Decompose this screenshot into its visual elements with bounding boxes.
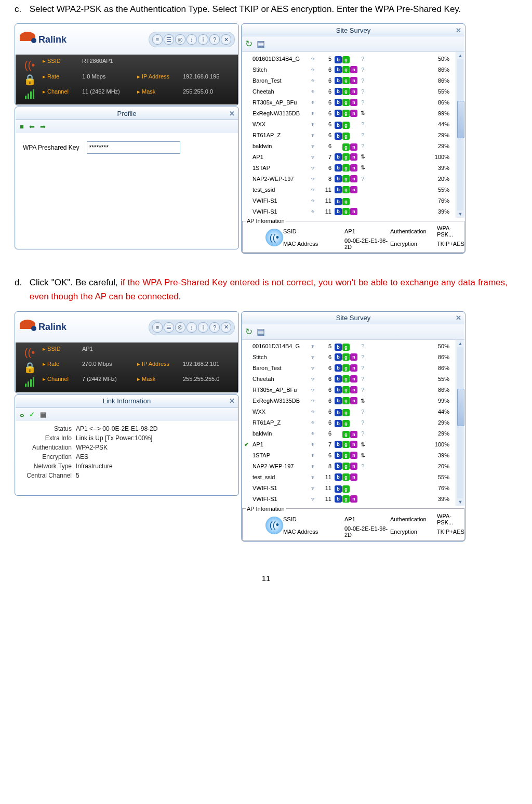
mode-badges: gn bbox=[335, 429, 358, 438]
scroll-thumb[interactable] bbox=[457, 389, 464, 426]
pill-icon-2[interactable]: ☰ bbox=[164, 34, 174, 45]
pill-icon-help[interactable]: ? bbox=[209, 34, 220, 45]
survey-row[interactable]: NAP2-WEP-197ᯤ8bgn?20% bbox=[242, 173, 456, 184]
close-icon[interactable]: ✕ bbox=[229, 397, 235, 405]
survey-row[interactable]: WXXᯤ6bg?44% bbox=[242, 406, 456, 417]
mode-badges: bgn bbox=[335, 153, 358, 161]
pill-icon-info[interactable]: i bbox=[198, 322, 208, 333]
ap-name: 001601D314B4_G bbox=[252, 343, 311, 349]
mode-badges: bgn bbox=[335, 353, 358, 361]
mode-badges: bg bbox=[335, 341, 358, 351]
wifi-orb-icon: ((• bbox=[265, 517, 283, 534]
ap-type-icon: ᯤ bbox=[311, 165, 320, 171]
auth-label: Authentication bbox=[20, 444, 72, 451]
survey-row[interactable]: VWIFI-S1ᯤ11bgn39% bbox=[242, 494, 456, 505]
ap-channel: 6 bbox=[320, 143, 331, 149]
ap-name: VWIFI-S1 bbox=[252, 485, 311, 491]
survey-row[interactable]: RT61AP_Zᯤ6bg?29% bbox=[242, 129, 456, 140]
survey-row[interactable]: Cheetahᯤ6bgn?55% bbox=[242, 86, 456, 97]
ap-name: WXX bbox=[252, 408, 311, 415]
ap-name: RT305x_AP_BFu bbox=[252, 387, 311, 393]
survey-list[interactable]: 001601D314B4_Gᯤ5bg?50%Stitchᯤ6bgn?86%Bar… bbox=[242, 340, 456, 506]
list-mode-icon[interactable]: ▤ bbox=[257, 38, 265, 49]
survey-row[interactable]: ExRegNW3135DBᯤ6bgn⇅99% bbox=[242, 108, 456, 118]
nav-stop-icon[interactable]: ■ bbox=[20, 123, 24, 130]
status-value: AP1 <--> 00-0E-2E-E1-98-2D bbox=[76, 425, 234, 432]
mode-badges: bgn bbox=[335, 386, 358, 393]
pill-icon-4[interactable]: ↕ bbox=[187, 322, 197, 333]
nav-prev-icon[interactable]: ⬅ bbox=[29, 123, 35, 130]
close-icon[interactable]: ✕ bbox=[456, 27, 461, 34]
channel-label: ▸Channel bbox=[43, 376, 79, 389]
scroll-down-icon[interactable]: ▼ bbox=[458, 212, 463, 217]
instruction-c-text: Select WPA2-PSK as the Authentication Ty… bbox=[30, 2, 508, 16]
scroll-up-icon[interactable]: ▲ bbox=[458, 341, 463, 346]
pill-icon-close[interactable]: ✕ bbox=[221, 34, 231, 45]
survey-row[interactable]: ✔AP1ᯤ7bgn⇅100% bbox=[242, 439, 456, 450]
ap-ssid-value: AP1 bbox=[344, 228, 390, 234]
list-mode-icon[interactable]: ▤ bbox=[257, 326, 265, 337]
signal-percent: 44% bbox=[367, 121, 454, 127]
survey-row[interactable]: RT305x_AP_BFuᯤ6bgn?86% bbox=[242, 385, 456, 396]
refresh-icon[interactable]: ↻ bbox=[245, 326, 252, 337]
refresh-icon[interactable]: ↻ bbox=[245, 38, 252, 49]
survey-row[interactable]: baldwinᯤ6gn?29% bbox=[242, 428, 456, 439]
ap-type-icon: ᯤ bbox=[311, 430, 320, 437]
survey-row[interactable]: 001601D314B4_Gᯤ5bg?50% bbox=[242, 341, 456, 352]
psk-input[interactable] bbox=[87, 141, 180, 154]
survey-row[interactable]: 1STAPᯤ6bgn⇅39% bbox=[242, 162, 456, 173]
survey-row[interactable]: test_ssidᯤ11bgn55% bbox=[242, 184, 456, 195]
survey-row[interactable]: ExRegNW3135DBᯤ6bgn⇅99% bbox=[242, 396, 456, 406]
scroll-thumb[interactable] bbox=[457, 101, 464, 138]
link-list-icon[interactable]: ▤ bbox=[40, 411, 46, 418]
ap-name: VWIFI-S1 bbox=[252, 496, 311, 502]
pill-icon-4[interactable]: ↕ bbox=[187, 34, 197, 45]
pill-icon-close[interactable]: ✕ bbox=[221, 322, 231, 333]
mode-badges: bgn bbox=[335, 364, 358, 372]
survey-row[interactable]: RT61AP_Zᯤ6bg?29% bbox=[242, 417, 456, 428]
ap-name: AP1 bbox=[252, 441, 311, 447]
pill-icon-1[interactable]: ≡ bbox=[152, 322, 163, 333]
ap-name: baldwin bbox=[252, 143, 311, 149]
survey-row[interactable]: 1STAPᯤ6bgn⇅39% bbox=[242, 450, 456, 461]
toolbar-pill: ≡ ☰ ◎ ↕ i ? ✕ bbox=[149, 32, 235, 47]
scroll-up-icon[interactable]: ▲ bbox=[458, 53, 463, 58]
mode-badges: bg bbox=[335, 54, 358, 63]
ap-channel: 11 bbox=[320, 208, 331, 215]
survey-row[interactable]: VWIFI-S1ᯤ11bg76% bbox=[242, 195, 456, 206]
pill-icon-3[interactable]: ◎ bbox=[175, 322, 185, 333]
pill-icon-info[interactable]: i bbox=[198, 34, 208, 45]
ap-info-legend: AP Information bbox=[246, 218, 286, 224]
survey-row[interactable]: baldwinᯤ6gn?29% bbox=[242, 140, 456, 151]
pill-icon-help[interactable]: ? bbox=[209, 322, 220, 333]
wifi-orb-icon: ((• bbox=[265, 229, 283, 246]
survey-row[interactable]: Baron_Testᯤ6bgn?86% bbox=[242, 75, 456, 86]
link-signal-icon[interactable]: ⴰ bbox=[20, 411, 24, 418]
close-icon[interactable]: ✕ bbox=[456, 314, 461, 322]
survey-row[interactable]: NAP2-WEP-197ᯤ8bgn?20% bbox=[242, 461, 456, 472]
close-icon[interactable]: ✕ bbox=[229, 110, 235, 117]
survey-list[interactable]: 001601D314B4_Gᯤ5bg?50%Stitchᯤ6bgn?86%Bar… bbox=[242, 52, 456, 218]
survey-row[interactable]: Cheetahᯤ6bgn?55% bbox=[242, 374, 456, 385]
survey-row[interactable]: AP1ᯤ7bgn⇅100% bbox=[242, 151, 456, 162]
link-wave-icon[interactable]: ✓ bbox=[29, 411, 35, 418]
scroll-down-icon[interactable]: ▼ bbox=[458, 499, 463, 505]
survey-row[interactable]: Stitchᯤ6bgn?86% bbox=[242, 352, 456, 363]
pill-icon-1[interactable]: ≡ bbox=[152, 34, 163, 45]
survey-row[interactable]: Baron_Testᯤ6bgn?86% bbox=[242, 363, 456, 374]
ap-info-fieldset: AP Information SSIDAP1 AuthenticationWPA… bbox=[242, 506, 464, 541]
survey-row[interactable]: Stitchᯤ6bgn?86% bbox=[242, 64, 456, 75]
survey-row[interactable]: 001601D314B4_Gᯤ5bg?50% bbox=[242, 53, 456, 64]
security-icon: ? bbox=[358, 99, 367, 106]
survey-row[interactable]: RT305x_AP_BFuᯤ6bgn?86% bbox=[242, 97, 456, 108]
survey-row[interactable]: VWIFI-S1ᯤ11bg76% bbox=[242, 483, 456, 494]
nav-next-icon[interactable]: ➡ bbox=[40, 123, 46, 130]
ap-channel: 6 bbox=[320, 77, 331, 84]
ap-name: test_ssid bbox=[252, 474, 311, 480]
survey-row[interactable]: test_ssidᯤ11bgn55% bbox=[242, 472, 456, 483]
ap-type-icon: ᯤ bbox=[311, 176, 320, 182]
pill-icon-2[interactable]: ☰ bbox=[164, 322, 174, 333]
pill-icon-3[interactable]: ◎ bbox=[175, 34, 185, 45]
survey-row[interactable]: VWIFI-S1ᯤ11bgn39% bbox=[242, 206, 456, 217]
survey-row[interactable]: WXXᯤ6bg?44% bbox=[242, 118, 456, 129]
